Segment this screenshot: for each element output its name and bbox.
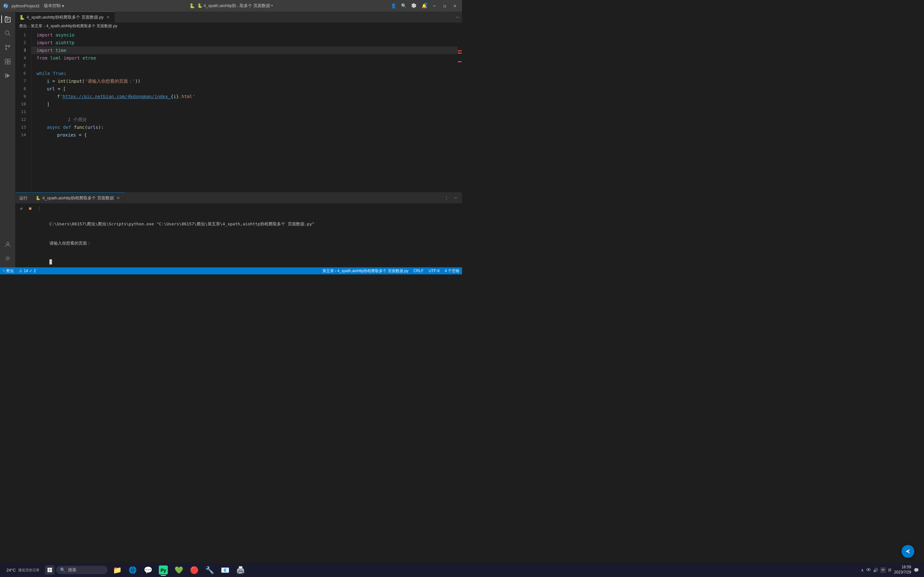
status-line-ending[interactable]: CRLF	[411, 269, 426, 273]
activity-item-extensions[interactable]	[1, 55, 14, 68]
tab-label: 4_xpath,aiohttp协程爬取多个 页面数据.py	[27, 15, 103, 20]
close-button[interactable]: ✕	[451, 1, 459, 10]
settings-button[interactable]	[409, 1, 418, 10]
status-encoding[interactable]: UTF-8	[426, 269, 442, 273]
tab-close-button[interactable]: ✕	[105, 15, 111, 20]
terminal-line-1: C:\Users\86157\爬虫\爬虫\Scripts\python.exe …	[19, 214, 458, 234]
terminal-cursor-line[interactable]	[19, 253, 458, 259]
line-5: 5	[15, 62, 29, 69]
svg-point-17	[6, 242, 9, 245]
code-line-11	[31, 108, 457, 116]
panel-tabs: 运行 🐍 4_xpath,aiohttp协程爬取多个 页面数据 ✕ ⋮ ─	[15, 192, 462, 203]
code-line-5	[31, 62, 457, 69]
line-7: 7	[15, 77, 29, 85]
code-editor[interactable]: 1 2 3 4 5 6 7 8 9 10 11 12 13 14	[15, 30, 462, 192]
breadcrumb-file[interactable]: 4_xpath,aiohttp协程爬取多个 页面数据.py	[46, 23, 117, 29]
terminal-tab[interactable]: 🐍 4_xpath,aiohttp协程爬取多个 页面数据 ✕	[32, 192, 125, 203]
terminal-content[interactable]: C:\Users\86157\爬虫\爬虫\Scripts\python.exe …	[15, 213, 462, 268]
title-bar-center: 🐍 🐍 4_xpath,aiohttp协...取多个 页面数据 •	[189, 3, 273, 9]
status-path[interactable]: 第五章 › 4_xpath,aiohttp协程爬取多个 页面数据.py	[320, 268, 411, 274]
activity-item-source-control[interactable]	[1, 41, 14, 54]
maximize-button[interactable]: ◻	[440, 1, 449, 10]
code-line-12: 1 个用法	[31, 116, 457, 123]
status-spaces[interactable]: 4 个空格	[442, 268, 462, 274]
svg-point-7	[5, 31, 9, 35]
panel-collapse-button[interactable]: ─	[452, 194, 459, 201]
error-marker	[458, 50, 462, 51]
svg-point-9	[5, 45, 7, 47]
breadcrumb: 爬虫 › 第五章 › 4_xpath,aiohttp协程爬取多个 页面数据.py	[15, 23, 462, 30]
version-control[interactable]: 版本控制 ▾	[42, 2, 66, 9]
branch-name: 爬虫	[6, 268, 14, 274]
more-button[interactable]: ⋮	[36, 205, 42, 211]
activity-bar	[0, 11, 15, 268]
line-2: 2	[15, 39, 29, 47]
svg-line-8	[8, 34, 10, 36]
error-count: 14	[24, 269, 28, 273]
terminal-line-2: 请输入你想看的页面：	[19, 234, 458, 253]
window-title: 🐍 4_xpath,aiohttp协...取多个 页面数据 •	[197, 3, 273, 9]
code-line-7: i = int(input('请输入你想看的页面：'))	[31, 77, 457, 85]
code-line-9: f'https://pic.netbian.com/4kdongman/inde…	[31, 93, 457, 100]
minimize-button[interactable]: ─	[430, 1, 439, 10]
user-button[interactable]: 👤	[389, 1, 398, 10]
activity-item-run[interactable]	[1, 69, 14, 82]
code-area[interactable]: import asyncio import aiohttp import tim…	[31, 30, 457, 192]
restart-button[interactable]: ↺	[18, 205, 24, 211]
warning-icon: ✓	[29, 269, 32, 273]
code-line-6: while True:	[31, 69, 457, 77]
line-11: 11	[15, 108, 29, 116]
warning-count: 2	[34, 269, 36, 273]
notifications-button[interactable]: 🔔	[420, 1, 429, 10]
svg-rect-2	[5, 16, 7, 17]
title-bar-right: 👤 🔍 🔔 ─ ◻ ✕	[389, 1, 459, 10]
stop-button[interactable]: ■	[27, 205, 33, 211]
tab-icon: 🐍	[19, 15, 25, 20]
terminal-command: C:\Users\86157\爬虫\爬虫\Scripts\python.exe …	[49, 221, 314, 226]
line-3: 3	[15, 47, 29, 54]
panel-more-button[interactable]: ⋮	[443, 194, 451, 201]
status-bar: ⑂ 爬虫 ⚠ 14 ✓ 2 第五章 › 4_xpath,aiohttp协程爬取多…	[0, 268, 462, 274]
line-9: 9	[15, 93, 29, 100]
status-errors[interactable]: ⚠ 14 ✓ 2	[16, 268, 39, 274]
breadcrumb-root[interactable]: 爬虫	[19, 23, 27, 29]
svg-point-11	[5, 48, 7, 50]
title-bar-left: Py pythonProject3 版本控制 ▾	[3, 2, 66, 9]
activity-item-settings[interactable]	[1, 252, 14, 265]
breadcrumb-chapter[interactable]: 第五章	[31, 23, 42, 29]
status-branch[interactable]: ⑂ 爬虫	[0, 268, 16, 274]
code-line-2: import aiohttp	[31, 39, 457, 47]
scrollbar[interactable]	[457, 30, 462, 192]
activity-item-search[interactable]	[1, 27, 14, 40]
line-12: 12	[15, 116, 29, 123]
line-8: 8	[15, 85, 29, 93]
activity-item-explorer[interactable]	[1, 13, 14, 26]
activity-item-accounts[interactable]	[1, 238, 14, 251]
svg-rect-12	[5, 59, 7, 61]
line-1: 1	[15, 31, 29, 39]
code-line-4: from lxml import etree	[31, 54, 457, 62]
tab-more-button[interactable]: ⋯	[453, 13, 462, 21]
terminal-tab-label: 4_xpath,aiohttp协程爬取多个 页面数据	[42, 195, 114, 201]
spaces-value: 4 个空格	[445, 268, 459, 274]
line-4: 4	[15, 54, 29, 62]
status-breadcrumb: 第五章 › 4_xpath,aiohttp协程爬取多个 页面数据.py	[322, 268, 409, 274]
activity-bottom	[1, 238, 14, 268]
line-10: 10	[15, 100, 29, 108]
tab-bar: 🐍 4_xpath,aiohttp协程爬取多个 页面数据.py ✕ ⋯	[15, 11, 462, 23]
line-13: 13	[15, 123, 29, 131]
error-marker-3	[458, 61, 462, 62]
code-line-13: async def func(urls):	[31, 123, 457, 131]
code-line-3: import time	[31, 47, 457, 54]
run-tab[interactable]: 运行	[15, 192, 32, 203]
code-line-1: import asyncio	[31, 31, 457, 39]
editor-area: 🐍 4_xpath,aiohttp协程爬取多个 页面数据.py ✕ ⋯ 爬虫 ›…	[15, 11, 462, 268]
svg-text:Py: Py	[4, 4, 8, 8]
terminal-tab-close[interactable]: ✕	[116, 195, 121, 201]
project-name[interactable]: pythonProject3	[11, 3, 39, 8]
search-button[interactable]: 🔍	[399, 1, 408, 10]
svg-rect-15	[8, 62, 10, 64]
line-numbers: 1 2 3 4 5 6 7 8 9 10 11 12 13 14	[15, 30, 31, 192]
tab-actions: ⋯	[453, 11, 462, 23]
active-tab[interactable]: 🐍 4_xpath,aiohttp协程爬取多个 页面数据.py ✕	[15, 11, 115, 23]
